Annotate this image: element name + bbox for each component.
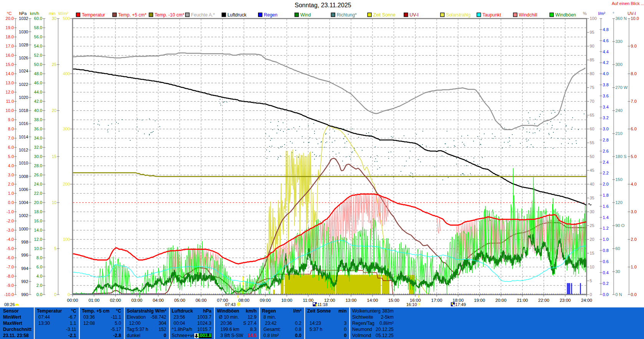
svg-text:1032: 1032	[19, 16, 28, 21]
svg-text:0: 0	[590, 292, 592, 297]
svg-text:26.0: 26.0	[34, 173, 42, 177]
svg-text:300: 300	[616, 62, 622, 67]
svg-text:1003.7: 1003.7	[197, 314, 212, 320]
svg-text:200: 200	[63, 182, 70, 186]
svg-text:24:00: 24:00	[581, 298, 592, 303]
svg-text:16.0: 16.0	[6, 53, 14, 58]
svg-text:2.0: 2.0	[631, 237, 637, 242]
svg-text:14.0: 14.0	[6, 71, 14, 76]
svg-text:7.0: 7.0	[631, 99, 637, 104]
svg-text:12.0: 12.0	[34, 237, 42, 242]
svg-text:19.0: 19.0	[6, 25, 14, 30]
svg-text:14:00: 14:00	[367, 298, 378, 303]
svg-text:4.0: 4.0	[603, 71, 609, 76]
svg-text:1.6: 1.6	[603, 204, 609, 209]
svg-text:Zeit Sonne: Zeit Sonne	[373, 12, 396, 18]
svg-text:75: 75	[590, 85, 594, 90]
svg-text:2-5km: 2-5km	[381, 314, 394, 320]
svg-text:1003.8: 1003.8	[197, 333, 212, 338]
svg-text:4.6: 4.6	[603, 38, 609, 43]
svg-text:80: 80	[590, 71, 594, 76]
svg-text:22:00: 22:00	[538, 298, 550, 303]
svg-text:1014: 1014	[19, 135, 28, 139]
svg-text:5.0: 5.0	[8, 154, 14, 159]
svg-text:330: 330	[616, 39, 622, 44]
svg-text:44.0: 44.0	[34, 90, 42, 94]
svg-text:85: 85	[590, 58, 594, 62]
svg-text:10: 10	[590, 265, 594, 269]
svg-text:Regen: Regen	[264, 12, 277, 18]
svg-text:0.8 l/m²: 0.8 l/m²	[263, 333, 279, 338]
svg-text:UV-I: UV-I	[627, 11, 636, 16]
svg-text:8.0: 8.0	[36, 255, 42, 260]
svg-text:Luftdruck: Luftdruck	[172, 308, 193, 314]
svg-text:1012: 1012	[19, 148, 28, 152]
svg-text:1026: 1026	[19, 56, 28, 60]
svg-text:Temperatur: Temperatur	[37, 308, 62, 314]
svg-text:13:30: 13:30	[38, 321, 50, 326]
svg-text:90 O: 90 O	[616, 223, 625, 228]
svg-text:Zeit Sonne: Zeit Sonne	[307, 308, 331, 314]
svg-text:240: 240	[616, 108, 622, 113]
svg-text:180 S: 180 S	[616, 154, 627, 159]
svg-text:6.0: 6.0	[8, 145, 14, 150]
svg-text:-58.742: -58.742	[151, 314, 166, 320]
svg-text:0.2: 0.2	[603, 281, 609, 286]
svg-text:46.0: 46.0	[34, 81, 42, 85]
svg-text:14.5: 14.5	[248, 333, 257, 338]
svg-text:1.4: 1.4	[603, 215, 609, 220]
svg-text:3.4: 3.4	[603, 105, 609, 109]
svg-text:2.4: 2.4	[603, 160, 609, 165]
svg-text:20.0: 20.0	[34, 200, 42, 205]
svg-text:992: 992	[21, 279, 28, 284]
svg-text:90: 90	[590, 44, 594, 48]
svg-text:Windböen: Windböen	[555, 12, 576, 18]
svg-text:08:26: 08:26	[4, 302, 15, 307]
svg-text:4.2: 4.2	[603, 60, 609, 65]
svg-text:23.11. 23:58: 23.11. 23:58	[3, 333, 29, 338]
svg-text:300: 300	[63, 127, 70, 131]
svg-text:Taupunkt: Taupunkt	[482, 12, 501, 18]
svg-text:5: 5	[590, 278, 592, 283]
svg-text:4.0: 4.0	[36, 274, 42, 278]
svg-text:04:00: 04:00	[153, 298, 164, 303]
svg-text:S 27.4: S 27.4	[243, 321, 257, 326]
svg-text:4.8: 4.8	[603, 27, 609, 32]
svg-text:Feuchte A.*: Feuchte A.*	[191, 12, 215, 18]
svg-text:0.0: 0.0	[8, 200, 14, 205]
svg-text:30: 30	[52, 16, 56, 21]
svg-text:4.4: 4.4	[603, 49, 609, 54]
svg-text:10.0: 10.0	[631, 16, 639, 21]
svg-text:09:00: 09:00	[260, 298, 271, 303]
svg-text:06:00: 06:00	[195, 298, 207, 303]
svg-text:20.0: 20.0	[6, 16, 14, 21]
svg-text:0.0: 0.0	[631, 292, 637, 297]
svg-text:16.0: 16.0	[34, 219, 42, 223]
svg-text:1024: 1024	[19, 69, 28, 73]
svg-text:Sichtweite: Sichtweite	[352, 314, 373, 320]
svg-text:15: 15	[590, 251, 594, 255]
svg-text:02:00: 02:00	[110, 298, 121, 303]
svg-text:Ø 10 min.: Ø 10 min.	[219, 314, 239, 320]
svg-text:07:44: 07:44	[38, 314, 50, 320]
svg-text:Regen: Regen	[262, 308, 276, 314]
svg-text:8.3: 8.3	[250, 327, 257, 332]
svg-text:10: 10	[52, 200, 56, 205]
svg-text:%: %	[583, 11, 587, 16]
svg-text:2.2: 2.2	[603, 171, 609, 175]
svg-text:3.2: 3.2	[603, 115, 609, 120]
svg-text:3.0: 3.0	[603, 127, 609, 131]
svg-text:1020: 1020	[19, 95, 28, 100]
svg-text:1006: 1006	[19, 187, 28, 192]
svg-text:Windböen: Windböen	[217, 308, 239, 314]
svg-text:km/h: km/h	[30, 11, 39, 16]
svg-text:-2.1: -2.1	[68, 333, 76, 338]
svg-text:383m: 383m	[382, 308, 394, 314]
svg-text:400: 400	[63, 71, 70, 76]
svg-text:2.0: 2.0	[603, 182, 609, 186]
svg-text:3.0: 3.0	[8, 173, 14, 177]
svg-text:10:00: 10:00	[281, 298, 292, 303]
svg-text:-5.17: -5.17	[111, 327, 121, 332]
svg-text:270 W: 270 W	[616, 85, 628, 90]
svg-text:150: 150	[616, 177, 622, 182]
